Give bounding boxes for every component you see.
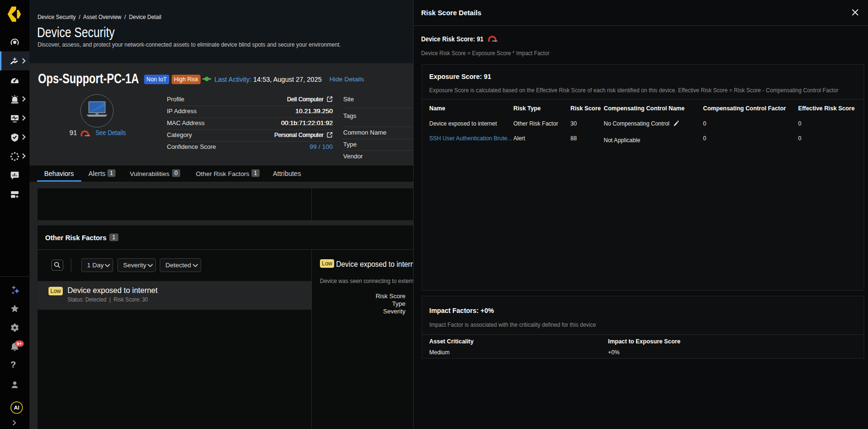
svg-text:AI: AI — [14, 405, 19, 410]
